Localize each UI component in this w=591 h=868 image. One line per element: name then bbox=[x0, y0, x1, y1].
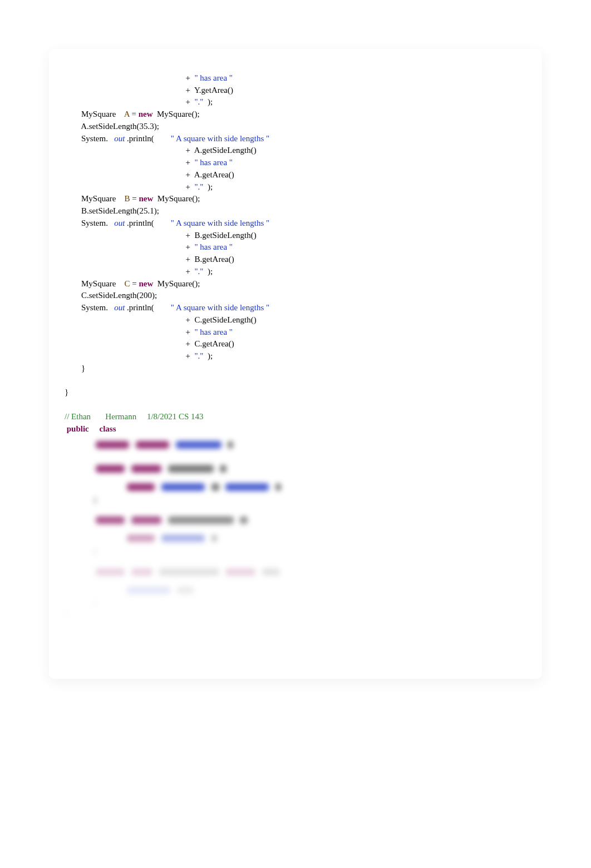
code-line: + "." ); bbox=[65, 97, 213, 106]
blurred-brace: } bbox=[65, 547, 526, 557]
code-line: + "." ); bbox=[65, 351, 213, 360]
code-line: C.setSideLength(200); bbox=[65, 291, 157, 300]
code-line bbox=[65, 376, 67, 385]
blurred-line bbox=[65, 581, 526, 599]
blurred-brace: } bbox=[65, 495, 526, 505]
obscured-code-region: } } bbox=[65, 435, 526, 618]
code-line bbox=[65, 400, 67, 409]
blurred-brace: } bbox=[65, 608, 526, 618]
code-line: System. out .println( " A square with si… bbox=[65, 134, 269, 143]
code-listing: + " has area " + Y.getArea() + "." ); My… bbox=[65, 60, 526, 435]
blurred-line bbox=[65, 529, 526, 547]
blurred-line bbox=[65, 477, 526, 495]
code-line: + "." ); bbox=[65, 182, 213, 191]
code-line: MySquare C = new MySquare(); bbox=[65, 279, 200, 288]
code-line: MySquare A = new MySquare(); bbox=[65, 110, 200, 118]
code-line: + " has area " bbox=[65, 158, 233, 167]
code-line: // Ethan Hermann 1/8/2021 CS 143 bbox=[65, 412, 204, 421]
code-line: + C.getSideLength() bbox=[65, 315, 257, 324]
blurred-line bbox=[65, 459, 526, 477]
code-line: } bbox=[65, 364, 85, 373]
code-line: A.setSideLength(35.3); bbox=[65, 122, 159, 131]
code-line: + " has area " bbox=[65, 242, 233, 251]
blurred-line bbox=[65, 435, 526, 453]
page-container: + " has area " + Y.getArea() + "." ); My… bbox=[0, 0, 591, 701]
code-line: + C.getArea() bbox=[65, 339, 234, 348]
code-line: + " has area " bbox=[65, 73, 233, 82]
code-line: + A.getArea() bbox=[65, 170, 234, 179]
code-line: B.setSideLength(25.1); bbox=[65, 206, 159, 215]
code-line: System. out .println( " A square with si… bbox=[65, 303, 269, 312]
blurred-line bbox=[65, 562, 526, 581]
code-line: + Y.getArea() bbox=[65, 86, 233, 95]
code-line: } bbox=[65, 388, 68, 396]
code-line: + " has area " bbox=[65, 328, 233, 336]
code-line: + A.getSideLength() bbox=[65, 146, 257, 155]
code-line: public class bbox=[65, 424, 133, 433]
code-line: System. out .println( " A square with si… bbox=[65, 219, 269, 227]
blurred-line bbox=[65, 510, 526, 529]
code-line: + B.getArea() bbox=[65, 255, 234, 264]
blurred-brace: } bbox=[65, 599, 526, 608]
code-line: + "." ); bbox=[65, 267, 213, 276]
code-line: MySquare B = new MySquare(); bbox=[65, 194, 200, 203]
code-card: + " has area " + Y.getArea() + "." ); My… bbox=[49, 49, 542, 679]
code-line: + B.getSideLength() bbox=[65, 231, 257, 240]
